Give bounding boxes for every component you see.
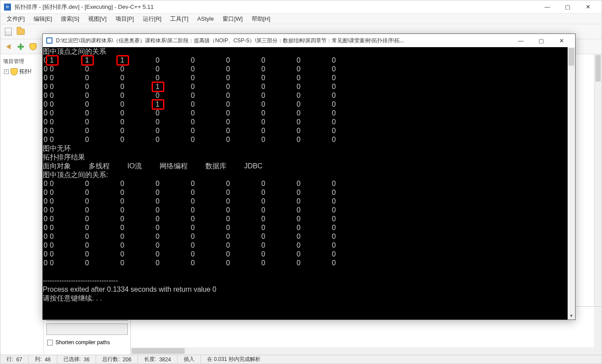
topo-sort-result: 面向对象多线程IO流网络编程数据库JDBC <box>43 162 568 171</box>
matrix-row: 0000000000 <box>43 65 568 74</box>
project-tree-label: 拓扑! <box>19 68 31 75</box>
matrix-row: 0000000000 <box>43 109 568 118</box>
tree-expand-icon[interactable]: + <box>4 69 9 74</box>
console-output[interactable]: 图中顶点之间的关系0111000000000000000000000000000… <box>43 47 568 319</box>
status-line-label: 行: <box>7 356 13 363</box>
matrix-row: 0000000000 <box>43 232 568 241</box>
matrix-row: 0000000000 <box>43 179 568 188</box>
shorten-paths-checkbox[interactable] <box>47 340 53 345</box>
matrix-row: 0000000000 <box>43 215 568 223</box>
status-parse: 在 0.031 秒内完成解析 <box>207 356 260 363</box>
console-title: D:\红泥巴\我的课程体系\（信息奥赛）课程体系\第二阶段：提高级（NOIP、C… <box>56 37 511 45</box>
app-icon: D <box>4 4 11 11</box>
minimize-button[interactable]: — <box>537 0 557 14</box>
ide-titlebar: D 拓扑排序 - [拓扑排序.dev] - [Executing] - Dev-… <box>0 0 602 14</box>
matrix-row: 0000000000 <box>43 223 568 232</box>
back-button[interactable] <box>3 41 14 52</box>
status-len-label: 长度: <box>144 356 156 363</box>
matrix-row: 0000100000 <box>43 100 568 109</box>
console-maximize-button[interactable]: ▢ <box>531 34 551 47</box>
matrix-row: 0000000000 <box>43 74 568 82</box>
status-len-value: 3824 <box>159 357 171 363</box>
matrix-row: 0000000000 <box>43 206 568 215</box>
matrix-row: 0000000000 <box>43 241 568 250</box>
menu-item[interactable]: 项目[P] <box>112 14 137 24</box>
matrix-row: 0111000000 <box>43 56 568 65</box>
shield-button[interactable] <box>28 41 38 52</box>
menu-item[interactable]: 视图[V] <box>85 14 110 24</box>
compiler-hscrollbar[interactable] <box>131 347 594 355</box>
project-icon <box>11 68 18 75</box>
statusbar: 行: 67 列: 48 已选择: 36 总行数: 206 长度: 3824 插入… <box>0 355 602 364</box>
new-file-button[interactable] <box>3 26 14 37</box>
console-minimize-button[interactable]: — <box>511 34 531 47</box>
status-col-label: 列: <box>35 356 41 363</box>
ide-title: 拓扑排序 - [拓扑排序.dev] - [Executing] - Dev-C+… <box>15 3 537 11</box>
console-icon <box>46 37 52 44</box>
console-window: D:\红泥巴\我的课程体系\（信息奥赛）课程体系\第二阶段：提高级（NOIP、C… <box>42 33 576 320</box>
project-tree-root[interactable]: + 拓扑! <box>2 67 41 76</box>
matrix-row: 0000000000 <box>43 135 568 144</box>
maximize-button[interactable]: ▢ <box>557 0 578 14</box>
blank-button[interactable] <box>46 323 128 335</box>
matrix-row: 0000000000 <box>43 118 568 126</box>
status-total-value: 206 <box>123 357 131 363</box>
add-button[interactable] <box>15 41 26 52</box>
status-col-value: 48 <box>45 357 50 363</box>
matrix-row: 0000100000 <box>43 82 568 91</box>
sidebar-tab-project[interactable]: 项目管理 <box>2 56 41 67</box>
scroll-down-icon[interactable]: ▼ <box>568 312 575 319</box>
menu-item[interactable]: 文件[F] <box>3 14 28 24</box>
console-close-button[interactable]: ✕ <box>551 34 572 47</box>
menubar: 文件[F]编辑[E]搜索[S]视图[V]项目[P]运行[R]工具[T]AStyl… <box>0 14 602 24</box>
matrix-row: 0000000000 <box>43 91 568 100</box>
shorten-paths-label: Shorten compiler paths <box>56 339 110 345</box>
menu-item[interactable]: AStyle <box>194 15 218 23</box>
status-sel-value: 36 <box>84 357 89 363</box>
compiler-vscrollbar[interactable] <box>594 307 602 355</box>
open-file-button[interactable] <box>15 26 26 37</box>
status-mode: 插入 <box>184 356 194 363</box>
matrix-row: 0000000000 <box>43 126 568 135</box>
status-sel-label: 已选择: <box>63 356 81 363</box>
close-button[interactable]: ✕ <box>578 0 598 14</box>
console-titlebar: D:\红泥巴\我的课程体系\（信息奥赛）课程体系\第二阶段：提高级（NOIP、C… <box>43 34 575 47</box>
menu-item[interactable]: 窗口[W] <box>219 14 246 24</box>
menu-item[interactable]: 运行[R] <box>139 14 165 24</box>
menu-item[interactable]: 工具[T] <box>167 14 192 24</box>
matrix-row: 0000000000 <box>43 250 568 259</box>
status-line-value: 67 <box>16 357 22 363</box>
console-vscrollbar[interactable]: ▲ ▼ <box>568 47 575 319</box>
project-sidebar: 项目管理 + 拓扑! <box>0 54 44 355</box>
menu-item[interactable]: 搜索[S] <box>57 14 83 24</box>
matrix-row: 0000000000 <box>43 188 568 197</box>
matrix-row: 0000000000 <box>43 259 568 267</box>
matrix-row: 0000000000 <box>43 197 568 206</box>
status-total-label: 总行数: <box>102 356 119 363</box>
menu-item[interactable]: 帮助[H] <box>248 14 274 24</box>
menu-item[interactable]: 编辑[E] <box>30 14 56 24</box>
